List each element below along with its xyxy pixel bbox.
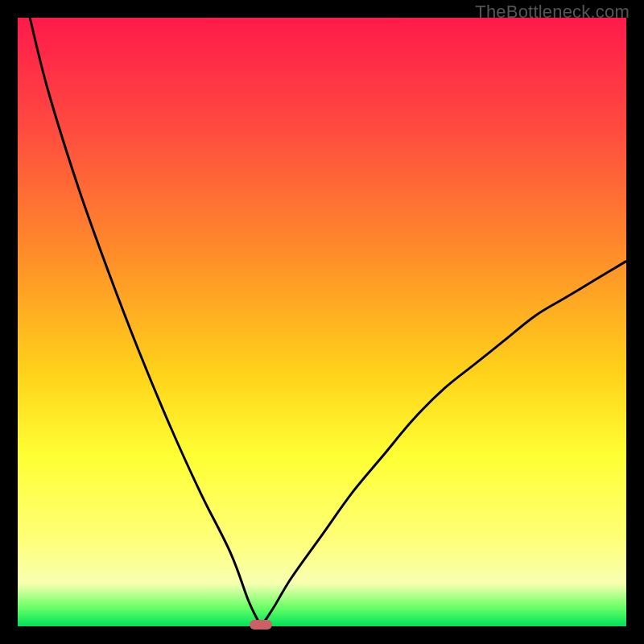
minimum-marker — [250, 620, 272, 630]
curve-svg — [18, 18, 626, 626]
curve-left — [30, 18, 261, 626]
plot-area — [18, 18, 626, 626]
chart-frame: TheBottleneck.com — [0, 0, 644, 644]
curve-right — [261, 261, 626, 626]
